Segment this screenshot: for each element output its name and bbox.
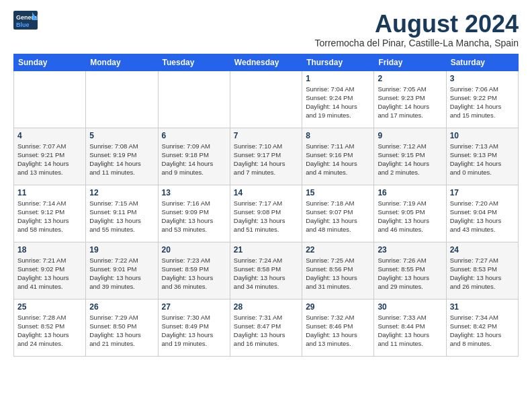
calendar-cell: 20Sunrise: 7:23 AM Sunset: 8:59 PM Dayli… xyxy=(158,242,230,299)
calendar-cell: 13Sunrise: 7:16 AM Sunset: 9:09 PM Dayli… xyxy=(158,185,230,242)
day-number: 28 xyxy=(234,302,298,312)
calendar-cell: 3Sunrise: 7:06 AM Sunset: 9:22 PM Daylig… xyxy=(446,71,518,128)
calendar-cell: 18Sunrise: 7:21 AM Sunset: 9:02 PM Dayli… xyxy=(14,242,86,299)
calendar-cell: 29Sunrise: 7:32 AM Sunset: 8:46 PM Dayli… xyxy=(302,299,374,356)
calendar-table: SundayMondayTuesdayWednesdayThursdayFrid… xyxy=(13,54,519,357)
header: General Blue August 2024 Torremocha del … xyxy=(13,11,519,48)
logo-icon: General Blue xyxy=(13,11,38,30)
calendar-cell: 22Sunrise: 7:25 AM Sunset: 8:56 PM Dayli… xyxy=(302,242,374,299)
day-info: Sunrise: 7:22 AM Sunset: 9:01 PM Dayligh… xyxy=(89,256,154,291)
title-area: August 2024 Torremocha del Pinar, Castil… xyxy=(315,11,519,48)
weekday-header-monday: Monday xyxy=(86,54,158,71)
day-info: Sunrise: 7:14 AM Sunset: 9:12 PM Dayligh… xyxy=(17,199,82,234)
logo-row: General Blue xyxy=(13,11,38,30)
day-info: Sunrise: 7:04 AM Sunset: 9:24 PM Dayligh… xyxy=(306,85,370,120)
calendar-cell xyxy=(158,71,230,128)
day-info: Sunrise: 7:12 AM Sunset: 9:15 PM Dayligh… xyxy=(378,142,442,177)
day-info: Sunrise: 7:11 AM Sunset: 9:16 PM Dayligh… xyxy=(306,142,370,177)
calendar-cell: 12Sunrise: 7:15 AM Sunset: 9:11 PM Dayli… xyxy=(86,185,158,242)
day-number: 4 xyxy=(17,131,82,140)
day-number: 18 xyxy=(17,245,82,255)
calendar-cell: 5Sunrise: 7:08 AM Sunset: 9:19 PM Daylig… xyxy=(86,128,158,185)
day-info: Sunrise: 7:34 AM Sunset: 8:42 PM Dayligh… xyxy=(450,313,515,349)
day-info: Sunrise: 7:20 AM Sunset: 9:04 PM Dayligh… xyxy=(450,199,515,234)
day-number: 6 xyxy=(162,131,226,140)
calendar-cell: 14Sunrise: 7:17 AM Sunset: 9:08 PM Dayli… xyxy=(230,185,302,242)
day-number: 25 xyxy=(17,302,82,312)
weekday-header-sunday: Sunday xyxy=(14,54,86,71)
day-info: Sunrise: 7:23 AM Sunset: 8:59 PM Dayligh… xyxy=(162,256,226,291)
calendar-cell xyxy=(230,71,302,128)
day-info: Sunrise: 7:32 AM Sunset: 8:46 PM Dayligh… xyxy=(306,313,370,349)
day-number: 17 xyxy=(450,188,515,197)
day-info: Sunrise: 7:16 AM Sunset: 9:09 PM Dayligh… xyxy=(162,199,226,234)
calendar-cell: 16Sunrise: 7:19 AM Sunset: 9:05 PM Dayli… xyxy=(374,185,446,242)
weekday-header-tuesday: Tuesday xyxy=(158,54,230,71)
day-info: Sunrise: 7:10 AM Sunset: 9:17 PM Dayligh… xyxy=(234,142,298,177)
calendar-cell: 27Sunrise: 7:30 AM Sunset: 8:49 PM Dayli… xyxy=(158,299,230,356)
day-info: Sunrise: 7:15 AM Sunset: 9:11 PM Dayligh… xyxy=(89,199,154,234)
day-info: Sunrise: 7:33 AM Sunset: 8:44 PM Dayligh… xyxy=(378,313,442,349)
day-number: 26 xyxy=(89,302,154,312)
calendar-cell xyxy=(86,71,158,128)
day-info: Sunrise: 7:30 AM Sunset: 8:49 PM Dayligh… xyxy=(162,313,226,349)
day-number: 15 xyxy=(306,188,370,197)
day-info: Sunrise: 7:08 AM Sunset: 9:19 PM Dayligh… xyxy=(89,142,154,177)
day-number: 13 xyxy=(162,188,226,197)
calendar-cell: 11Sunrise: 7:14 AM Sunset: 9:12 PM Dayli… xyxy=(14,185,86,242)
day-number: 24 xyxy=(450,245,515,255)
day-info: Sunrise: 7:24 AM Sunset: 8:58 PM Dayligh… xyxy=(234,256,298,291)
calendar-cell: 25Sunrise: 7:28 AM Sunset: 8:52 PM Dayli… xyxy=(14,299,86,356)
weekday-header-thursday: Thursday xyxy=(302,54,374,71)
calendar-header-row: SundayMondayTuesdayWednesdayThursdayFrid… xyxy=(14,54,519,71)
calendar-cell: 28Sunrise: 7:31 AM Sunset: 8:47 PM Dayli… xyxy=(230,299,302,356)
day-number: 22 xyxy=(306,245,370,255)
calendar-cell: 31Sunrise: 7:34 AM Sunset: 8:42 PM Dayli… xyxy=(446,299,518,356)
day-info: Sunrise: 7:09 AM Sunset: 9:18 PM Dayligh… xyxy=(162,142,226,177)
day-info: Sunrise: 7:17 AM Sunset: 9:08 PM Dayligh… xyxy=(234,199,298,234)
calendar-cell: 9Sunrise: 7:12 AM Sunset: 9:15 PM Daylig… xyxy=(374,128,446,185)
week-row-3: 11Sunrise: 7:14 AM Sunset: 9:12 PM Dayli… xyxy=(14,185,519,242)
day-number: 23 xyxy=(378,245,442,255)
day-number: 8 xyxy=(306,131,370,140)
day-number: 29 xyxy=(306,302,370,312)
day-number: 9 xyxy=(378,131,442,140)
week-row-2: 4Sunrise: 7:07 AM Sunset: 9:21 PM Daylig… xyxy=(14,128,519,185)
calendar-cell: 17Sunrise: 7:20 AM Sunset: 9:04 PM Dayli… xyxy=(446,185,518,242)
day-info: Sunrise: 7:13 AM Sunset: 9:13 PM Dayligh… xyxy=(450,142,515,177)
calendar-cell: 2Sunrise: 7:05 AM Sunset: 9:23 PM Daylig… xyxy=(374,71,446,128)
day-number: 21 xyxy=(234,245,298,255)
day-number: 11 xyxy=(17,188,82,197)
day-info: Sunrise: 7:05 AM Sunset: 9:23 PM Dayligh… xyxy=(378,85,442,120)
calendar-cell: 23Sunrise: 7:26 AM Sunset: 8:55 PM Dayli… xyxy=(374,242,446,299)
day-info: Sunrise: 7:28 AM Sunset: 8:52 PM Dayligh… xyxy=(17,313,82,349)
calendar-cell: 6Sunrise: 7:09 AM Sunset: 9:18 PM Daylig… xyxy=(158,128,230,185)
day-number: 31 xyxy=(450,302,515,312)
day-info: Sunrise: 7:27 AM Sunset: 8:53 PM Dayligh… xyxy=(450,256,515,291)
calendar-cell: 24Sunrise: 7:27 AM Sunset: 8:53 PM Dayli… xyxy=(446,242,518,299)
day-info: Sunrise: 7:31 AM Sunset: 8:47 PM Dayligh… xyxy=(234,313,298,349)
calendar-cell: 30Sunrise: 7:33 AM Sunset: 8:44 PM Dayli… xyxy=(374,299,446,356)
calendar-cell: 1Sunrise: 7:04 AM Sunset: 9:24 PM Daylig… xyxy=(302,71,374,128)
calendar-cell: 21Sunrise: 7:24 AM Sunset: 8:58 PM Dayli… xyxy=(230,242,302,299)
calendar-cell xyxy=(14,71,86,128)
calendar-cell: 10Sunrise: 7:13 AM Sunset: 9:13 PM Dayli… xyxy=(446,128,518,185)
day-number: 16 xyxy=(378,188,442,197)
day-info: Sunrise: 7:25 AM Sunset: 8:56 PM Dayligh… xyxy=(306,256,370,291)
page: General Blue August 2024 Torremocha del … xyxy=(0,0,532,367)
calendar-cell: 7Sunrise: 7:10 AM Sunset: 9:17 PM Daylig… xyxy=(230,128,302,185)
logo-area: General Blue xyxy=(13,11,38,30)
calendar-cell: 19Sunrise: 7:22 AM Sunset: 9:01 PM Dayli… xyxy=(86,242,158,299)
day-info: Sunrise: 7:06 AM Sunset: 9:22 PM Dayligh… xyxy=(450,85,515,120)
day-info: Sunrise: 7:19 AM Sunset: 9:05 PM Dayligh… xyxy=(378,199,442,234)
day-info: Sunrise: 7:18 AM Sunset: 9:07 PM Dayligh… xyxy=(306,199,370,234)
week-row-5: 25Sunrise: 7:28 AM Sunset: 8:52 PM Dayli… xyxy=(14,299,519,356)
day-number: 19 xyxy=(89,245,154,255)
day-info: Sunrise: 7:29 AM Sunset: 8:50 PM Dayligh… xyxy=(89,313,154,349)
week-row-4: 18Sunrise: 7:21 AM Sunset: 9:02 PM Dayli… xyxy=(14,242,519,299)
day-number: 5 xyxy=(89,131,154,140)
day-number: 27 xyxy=(162,302,226,312)
day-number: 10 xyxy=(450,131,515,140)
weekday-header-saturday: Saturday xyxy=(446,54,518,71)
month-title: August 2024 xyxy=(315,11,519,38)
